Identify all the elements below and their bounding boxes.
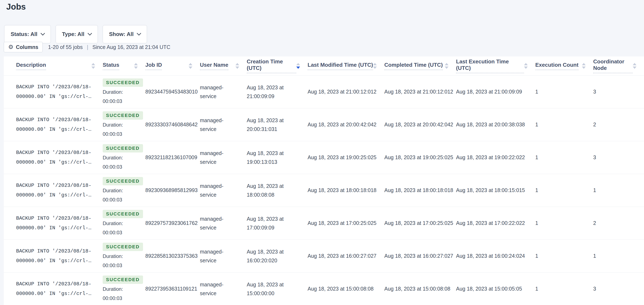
job-description-link[interactable]: BACKUP INTO '/2023/08/18-000000.00' IN '… [16, 115, 93, 134]
last-modified-time-cell: Aug 18, 2023 at 17:00:25:025 [308, 207, 384, 239]
column-header-label: Completed Time (UTC) [384, 62, 443, 70]
creation-time-value: Aug 18, 2023 at 20:00:31:031 [247, 116, 299, 133]
sort-arrows-icon [236, 63, 239, 69]
filter-label: Type: All [62, 31, 84, 38]
row-left-pad [4, 239, 16, 272]
completed-time-value: Aug 18, 2023 at 21:00:12:012 [384, 89, 453, 95]
completed-time-value: Aug 18, 2023 at 20:00:42:042 [384, 122, 453, 127]
filter-label: Show: All [109, 31, 134, 38]
table-row: BACKUP INTO '/2023/08/18-000000.00' IN '… [4, 239, 644, 272]
execution-count-cell: 1 [535, 108, 593, 141]
last-execution-time-value: Aug 18, 2023 at 18:00:15:015 [456, 187, 525, 193]
sort-arrows-icon [524, 63, 528, 69]
coordinator-node-cell: 1 [593, 239, 644, 272]
last-modified-time-cell: Aug 18, 2023 at 15:00:08:08 [308, 272, 384, 305]
job-description-link[interactable]: BACKUP INTO '/2023/08/18-000000.00' IN '… [16, 214, 93, 233]
last-execution-time-cell: Aug 18, 2023 at 15:00:05:05 [456, 272, 535, 305]
description-cell: BACKUP INTO '/2023/08/18-000000.00' IN '… [16, 239, 103, 272]
creation-time-cell: Aug 18, 2023 at 20:00:31:031 [247, 108, 308, 141]
last-execution-time-value: Aug 18, 2023 at 21:00:09:09 [456, 89, 522, 95]
status-cell: SUCCEEDED Duration: 00:00:03 [103, 108, 145, 141]
table-row: BACKUP INTO '/2023/08/18-000000.00' IN '… [4, 272, 644, 305]
user-name-value: managed-service [200, 149, 223, 166]
job-id-value: 892297573923061762 [145, 220, 198, 226]
column-header-label: Status [103, 62, 119, 70]
execution-count-value: 1 [535, 154, 538, 160]
job-description-link[interactable]: BACKUP INTO '/2023/08/18-000000.00' IN '… [16, 148, 93, 167]
user-name-cell: managed-service [200, 174, 247, 207]
user-name-value: managed-service [200, 83, 223, 101]
duration-value: 00:00:03 [103, 229, 143, 237]
creation-time-cell: Aug 18, 2023 at 19:00:13:013 [247, 141, 308, 174]
last-execution-time-cell: Aug 18, 2023 at 20:00:38:038 [456, 108, 535, 141]
chevron-down-icon [88, 31, 92, 36]
status-filter-dropdown[interactable]: Status: All [4, 25, 51, 43]
completed-time-cell: Aug 18, 2023 at 15:00:08:08 [384, 272, 456, 305]
job-id-cell: 892344759453483010 [145, 75, 200, 108]
sort-arrows-icon [296, 63, 300, 69]
gear-icon: ⚙ [8, 44, 14, 50]
completed-time-value: Aug 18, 2023 at 16:00:27:027 [384, 253, 453, 259]
creation-time-cell: Aug 18, 2023 at 18:00:08:08 [247, 174, 308, 207]
columns-button-label: Columns [16, 44, 38, 50]
creation-time-cell: Aug 18, 2023 at 16:00:20:020 [247, 239, 308, 272]
column-header-creation-time-utc[interactable]: Creation Time (UTC) [247, 57, 308, 75]
user-name-cell: managed-service [200, 272, 247, 305]
last-execution-time-cell: Aug 18, 2023 at 18:00:15:015 [456, 174, 535, 207]
column-header-coordinator-node[interactable]: Coordinator Node [593, 57, 644, 75]
column-header-description[interactable]: Description [16, 57, 103, 75]
column-header-execution-count[interactable]: Execution Count [535, 57, 593, 75]
chevron-down-icon [40, 31, 45, 36]
table-row: BACKUP INTO '/2023/08/18-000000.00' IN '… [4, 174, 644, 207]
job-description-link[interactable]: BACKUP INTO '/2023/08/18-000000.00' IN '… [16, 246, 93, 266]
column-header-completed-time-utc[interactable]: Completed Time (UTC) [384, 57, 456, 75]
execution-count-cell: 1 [535, 207, 593, 239]
column-header-label: Last Execution Time (UTC) [456, 58, 524, 73]
column-header-label: Description [16, 62, 46, 70]
last-execution-time-cell: Aug 18, 2023 at 19:00:22:022 [456, 141, 535, 174]
show-filter-dropdown[interactable]: Show: All [103, 25, 147, 43]
column-header-status[interactable]: Status [103, 57, 145, 75]
row-left-pad [4, 174, 16, 207]
execution-count-cell: 1 [535, 239, 593, 272]
duration-value: 00:00:03 [103, 163, 143, 171]
column-header-last-modified-time-utc[interactable]: Last Modified Time (UTC) [308, 57, 384, 75]
column-header-user-name[interactable]: User Name [200, 57, 247, 75]
job-id-cell: 892321182136107009 [145, 141, 200, 174]
columns-button[interactable]: ⚙ Columns [4, 42, 43, 52]
execution-count-value: 1 [535, 89, 538, 95]
status-badge: SUCCEEDED [103, 144, 143, 153]
column-header-label: Last Modified Time (UTC) [308, 62, 373, 70]
coordinator-node-cell: 3 [593, 272, 644, 305]
last-modified-time-value: Aug 18, 2023 at 21:00:12:012 [308, 89, 376, 95]
column-header-job-id[interactable]: Job ID [145, 57, 200, 75]
completed-time-cell: Aug 18, 2023 at 20:00:42:042 [384, 108, 456, 141]
sort-arrows-icon [134, 63, 138, 69]
job-description-link[interactable]: BACKUP INTO '/2023/08/18-000000.00' IN '… [16, 279, 93, 298]
job-id-value: 892273953631109121 [145, 286, 197, 291]
coordinator-node-value: 1 [593, 253, 596, 259]
chevron-down-icon [137, 31, 141, 36]
execution-count-value: 1 [535, 220, 538, 226]
column-header-label: Job ID [145, 62, 162, 70]
completed-time-cell: Aug 18, 2023 at 21:00:12:012 [384, 75, 456, 108]
column-header-label: Creation Time (UTC) [247, 58, 296, 73]
job-description-link[interactable]: BACKUP INTO '/2023/08/18-000000.00' IN '… [16, 181, 93, 200]
last-execution-time-cell: Aug 18, 2023 at 21:00:09:09 [456, 75, 535, 108]
user-name-value: managed-service [200, 247, 223, 265]
completed-time-value: Aug 18, 2023 at 19:00:25:025 [384, 154, 453, 160]
filters-bar: Status: All Type: All Show: All [4, 25, 147, 43]
duration-label: Duration: [103, 154, 143, 162]
duration-label: Duration: [103, 219, 143, 227]
status-badge: SUCCEEDED [103, 177, 143, 185]
execution-count-cell: 1 [535, 75, 593, 108]
execution-count-value: 1 [535, 187, 538, 193]
type-filter-dropdown[interactable]: Type: All [56, 25, 98, 43]
status-cell: SUCCEEDED Duration: 00:00:03 [103, 272, 145, 305]
column-header-last-execution-time-utc[interactable]: Last Execution Time (UTC) [456, 57, 535, 75]
user-name-cell: managed-service [200, 75, 247, 108]
execution-count-value: 1 [535, 286, 538, 291]
sort-arrows-icon [633, 63, 636, 69]
job-description-link[interactable]: BACKUP INTO '/2023/08/18-000000.00' IN '… [16, 82, 93, 101]
description-cell: BACKUP INTO '/2023/08/18-000000.00' IN '… [16, 141, 103, 174]
